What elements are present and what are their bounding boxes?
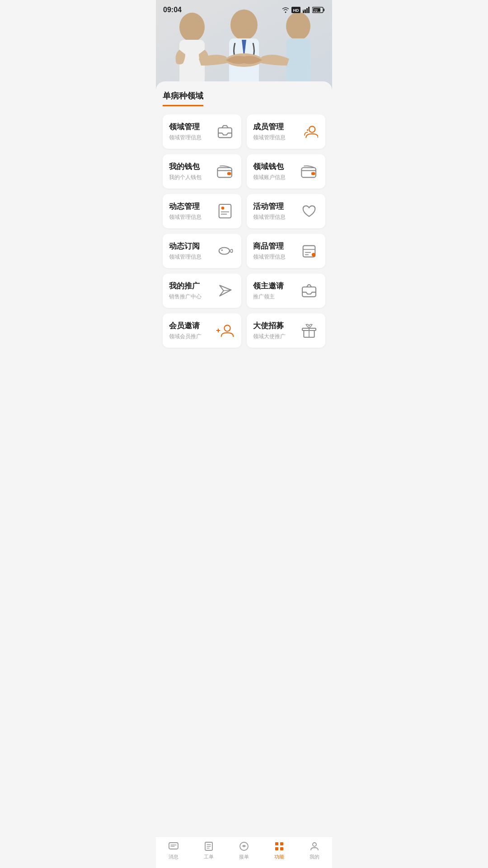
card-subtitle-ambassador-recruit: 领域大使推广 — [253, 333, 286, 340]
card-text-member-invite: 会员邀请 领域会员推广 — [169, 321, 202, 340]
card-dynamic-subscribe[interactable]: 动态订阅 领域管理信息 — [163, 234, 241, 268]
battery-icon: 77 — [312, 7, 325, 13]
wifi-icon — [282, 7, 290, 13]
card-title-product-mgmt: 商品管理 — [253, 241, 286, 251]
svg-point-34 — [224, 325, 230, 331]
fish-icon — [215, 241, 235, 261]
card-subtitle-domain-wallet: 领域账户信息 — [253, 174, 286, 181]
inbox-icon — [215, 122, 235, 142]
svg-text:77: 77 — [314, 9, 318, 12]
card-subtitle-member-mgmt: 领域管理信息 — [253, 134, 286, 142]
card-subtitle-domain-mgmt: 领域管理信息 — [169, 134, 202, 142]
wallet-icon — [215, 161, 235, 181]
user-icon — [299, 122, 319, 142]
card-subtitle-activity-mgmt: 领域管理信息 — [253, 213, 286, 221]
card-text-activity-mgmt: 活动管理 领域管理信息 — [253, 201, 286, 221]
card-text-dynamic-subscribe: 动态订阅 领域管理信息 — [169, 241, 202, 261]
card-text-my-promotion: 我的推广 销售推广中心 — [169, 281, 202, 301]
signal-icon: 4G — [302, 7, 310, 13]
status-time: 09:04 — [163, 6, 182, 14]
card-title-my-promotion: 我的推广 — [169, 281, 202, 291]
card-subtitle-product-mgmt: 领域管理信息 — [253, 253, 286, 261]
gift-icon — [299, 321, 319, 340]
card-ambassador-recruit[interactable]: 大使招募 领域大使推广 — [247, 313, 325, 348]
hd-icon: HD — [291, 7, 300, 13]
card-title-lord-invite: 领主邀请 — [253, 281, 284, 291]
card-title-dynamic-subscribe: 动态订阅 — [169, 241, 202, 251]
card-member-invite[interactable]: 会员邀请 领域会员推广 — [163, 313, 241, 348]
function-grid: 领域管理 领域管理信息 成员管理 领域管理信息 我的钱包 我的个人钱包 — [163, 114, 325, 348]
svg-point-30 — [221, 250, 223, 251]
svg-rect-24 — [227, 172, 231, 175]
card-domain-mgmt[interactable]: 领域管理 领域管理信息 — [163, 114, 241, 149]
card-my-wallet[interactable]: 我的钱包 我的个人钱包 — [163, 154, 241, 189]
svg-rect-8 — [324, 9, 324, 11]
inbox2-icon — [299, 281, 319, 301]
card-title-member-invite: 会员邀请 — [169, 321, 202, 331]
card-title-my-wallet: 我的钱包 — [169, 161, 202, 172]
card-title-domain-wallet: 领域钱包 — [253, 161, 286, 172]
card-lord-invite[interactable]: 领主邀请 推广领主 — [247, 274, 325, 308]
card-product-mgmt[interactable]: 商品管理 领域管理信息 — [247, 234, 325, 268]
card-text-my-wallet: 我的钱包 我的个人钱包 — [169, 161, 202, 181]
card-my-promotion[interactable]: 我的推广 销售推广中心 — [163, 274, 241, 308]
card-member-mgmt[interactable]: 成员管理 领域管理信息 — [247, 114, 325, 149]
card-title-dynamic-mgmt: 动态管理 — [169, 201, 202, 212]
main-content: 单病种领域 领域管理 领域管理信息 成员管理 领域管理信息 我的钱包 我的个人钱… — [156, 81, 332, 384]
card-subtitle-my-promotion: 销售推广中心 — [169, 293, 202, 301]
user-add-icon — [215, 321, 235, 340]
card-subtitle-lord-invite: 推广领主 — [253, 293, 284, 301]
svg-point-29 — [219, 248, 230, 255]
card-text-domain-wallet: 领域钱包 领域账户信息 — [253, 161, 286, 181]
card-text-dynamic-mgmt: 动态管理 领域管理信息 — [169, 201, 202, 221]
product-icon — [299, 241, 319, 261]
svg-rect-26 — [311, 172, 315, 175]
card-title-ambassador-recruit: 大使招募 — [253, 321, 286, 331]
svg-rect-5 — [308, 7, 310, 13]
svg-text:HD: HD — [293, 8, 299, 13]
card-dynamic-mgmt[interactable]: 动态管理 领域管理信息 — [163, 194, 241, 228]
card-title-domain-mgmt: 领域管理 — [169, 122, 202, 132]
svg-point-28 — [221, 207, 225, 210]
section-title: 单病种领域 — [163, 90, 203, 106]
card-text-member-mgmt: 成员管理 领域管理信息 — [253, 122, 286, 142]
card-text-ambassador-recruit: 大使招募 领域大使推广 — [253, 321, 286, 340]
card-activity-mgmt[interactable]: 活动管理 领域管理信息 — [247, 194, 325, 228]
svg-point-21 — [309, 126, 315, 132]
card-subtitle-dynamic-subscribe: 领域管理信息 — [169, 253, 202, 261]
card-text-product-mgmt: 商品管理 领域管理信息 — [253, 241, 286, 261]
svg-rect-4 — [306, 8, 308, 13]
svg-rect-27 — [219, 204, 231, 218]
status-icons: HD 4G 77 — [282, 7, 325, 13]
card-text-lord-invite: 领主邀请 推广领主 — [253, 281, 284, 301]
svg-point-22 — [307, 129, 308, 131]
card-subtitle-member-invite: 领域会员推广 — [169, 333, 202, 340]
svg-point-32 — [312, 253, 315, 256]
card-subtitle-dynamic-mgmt: 领域管理信息 — [169, 213, 202, 221]
wallet-icon — [299, 161, 319, 181]
card-domain-wallet[interactable]: 领域钱包 领域账户信息 — [247, 154, 325, 189]
send-icon — [215, 281, 235, 301]
card-title-member-mgmt: 成员管理 — [253, 122, 286, 132]
heart-icon — [299, 201, 319, 221]
svg-text:4G: 4G — [302, 9, 306, 12]
card-subtitle-my-wallet: 我的个人钱包 — [169, 174, 202, 181]
status-bar: 09:04 HD 4G 77 — [156, 0, 332, 20]
document-icon — [215, 201, 235, 221]
card-text-domain-mgmt: 领域管理 领域管理信息 — [169, 122, 202, 142]
card-title-activity-mgmt: 活动管理 — [253, 201, 286, 212]
